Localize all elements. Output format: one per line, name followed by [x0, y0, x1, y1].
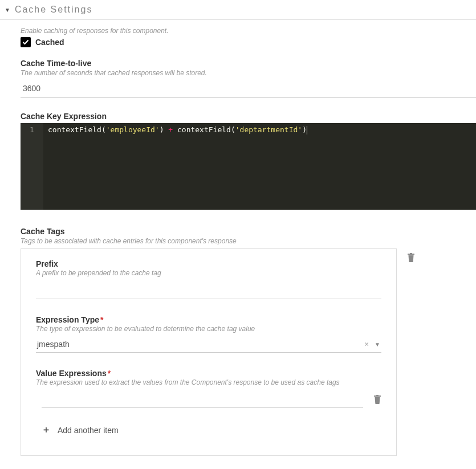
section-title: Cache Settings: [15, 5, 93, 15]
chevron-down-icon[interactable]: ▼: [375, 341, 380, 348]
check-icon: [22, 39, 29, 46]
expression-type-select[interactable]: jmespath × ▼: [36, 336, 381, 353]
cached-checkbox[interactable]: [21, 37, 31, 47]
value-expressions-description: The expression used to extract the value…: [36, 378, 381, 386]
code-token-fn: contextField: [177, 125, 231, 134]
expression-type-value: jmespath: [37, 340, 364, 349]
code-token-paren: (: [231, 125, 235, 134]
delete-icon[interactable]: [373, 395, 381, 406]
value-expressions-label-text: Value Expressions: [36, 369, 107, 378]
plus-icon: ＋: [42, 424, 51, 436]
expression-type-label: Expression Type*: [36, 315, 381, 324]
value-expressions-field: Value Expressions* The expression used t…: [36, 369, 381, 436]
text-cursor: [307, 126, 307, 134]
prefix-label: Prefix: [36, 259, 381, 268]
expression-type-description: The type of expression to be evaluated t…: [36, 325, 381, 333]
value-expression-row: [42, 390, 381, 408]
cache-tags-field: Cache Tags Tags to be associated with ca…: [21, 227, 476, 456]
cached-label: Cached: [35, 38, 64, 47]
required-asterisk: *: [100, 315, 103, 324]
code-gutter: 1: [21, 123, 43, 210]
ttl-input[interactable]: [21, 79, 476, 98]
cache-tags-description: Tags to be associated with cache entries…: [21, 237, 476, 245]
line-number: 1: [21, 125, 43, 134]
ttl-label: Cache Time-to-live: [21, 59, 476, 68]
cache-tags-label: Cache Tags: [21, 227, 476, 236]
code-token-str: 'deptartmentId': [235, 125, 302, 134]
svg-rect-1: [376, 395, 379, 396]
value-expression-input[interactable]: [42, 390, 363, 408]
code-token-paren: (: [101, 125, 106, 134]
add-item-label: Add another item: [58, 426, 119, 435]
code-token-str: 'employeeId': [106, 125, 160, 134]
ttl-description: The number of seconds that cached respon…: [21, 69, 476, 77]
expression-type-field: Expression Type* The type of expression …: [36, 315, 381, 353]
add-item-button[interactable]: ＋ Add another item: [42, 424, 381, 436]
expression-type-label-text: Expression Type: [36, 315, 99, 324]
trash-icon: [407, 253, 415, 262]
prefix-description: A prefix to be prepended to the cache ta…: [36, 269, 381, 277]
clear-icon[interactable]: ×: [364, 340, 369, 349]
code-token-paren: ): [302, 125, 307, 134]
chevron-down-icon: ▼: [5, 7, 10, 13]
key-expression-label: Cache Key Expression: [21, 112, 476, 121]
key-expression-field: Cache Key Expression 1 contextField('emp…: [21, 112, 476, 210]
value-expressions-label: Value Expressions*: [36, 369, 381, 378]
delete-tag-button[interactable]: [407, 253, 415, 264]
prefix-input[interactable]: [36, 280, 381, 299]
svg-rect-3: [410, 253, 412, 254]
code-token-paren: ): [160, 125, 164, 134]
trash-icon: [373, 395, 381, 404]
code-token-fn: contextField: [48, 125, 101, 134]
section-header[interactable]: ▼ Cache Settings: [0, 0, 476, 20]
required-asterisk: *: [108, 369, 111, 378]
cache-tag-card: Prefix A prefix to be prepended to the c…: [21, 248, 397, 456]
prefix-field: Prefix A prefix to be prepended to the c…: [36, 259, 381, 299]
code-content[interactable]: contextField('employeeId') + contextFiel…: [43, 123, 312, 210]
ttl-field: Cache Time-to-live The number of seconds…: [21, 59, 476, 98]
cache-tag-entry: Prefix A prefix to be prepended to the c…: [21, 245, 476, 456]
cache-settings-content: Enable caching of responses for this com…: [0, 27, 476, 469]
cached-row: Cached: [21, 37, 476, 47]
cached-description: Enable caching of responses for this com…: [21, 27, 476, 35]
code-token-op: +: [164, 125, 177, 134]
code-editor[interactable]: 1 contextField('employeeId') + contextFi…: [21, 123, 476, 210]
